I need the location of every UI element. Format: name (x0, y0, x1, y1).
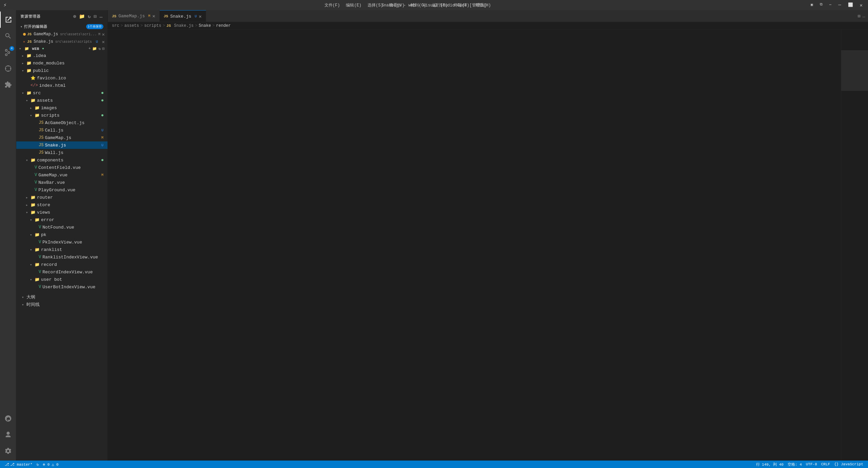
tree-playground[interactable]: V PlayGround.vue (16, 186, 107, 194)
tree-contentfield[interactable]: V ContentField.vue (16, 164, 107, 171)
settings-icon[interactable] (0, 443, 16, 459)
status-position[interactable]: 行 149, 列 40 (754, 461, 786, 468)
tree-record[interactable]: 📁 record (16, 261, 107, 268)
minimize-button[interactable]: ─ (836, 2, 843, 9)
tree-store[interactable]: 📁 store (16, 201, 107, 209)
status-branch[interactable]: ⎇ ⎇ master* (3, 461, 35, 468)
tree-acgame[interactable]: JS AcGameObject.js (16, 119, 107, 126)
search-icon[interactable] (0, 28, 16, 44)
tab-snake-close[interactable]: ✕ (199, 14, 201, 19)
remote-icon[interactable] (0, 410, 16, 427)
tree-components[interactable]: 📁 components (16, 156, 107, 164)
breadcrumb-src[interactable]: src (112, 23, 119, 28)
public-arrow (22, 69, 26, 73)
tab-gamemap[interactable]: JS GameMap.js M ✕ (108, 10, 160, 22)
userbot-label: user bot (41, 277, 106, 282)
more-icon[interactable]: ⋯ (827, 2, 834, 9)
tree-favicon[interactable]: ⭐ favicon.ico (16, 74, 107, 82)
tree-public[interactable]: 📁 public (16, 67, 107, 74)
tree-shijianxian[interactable]: 时间线 (16, 301, 107, 308)
status-encoding[interactable]: UTF-8 (804, 461, 819, 468)
tree-recordindex[interactable]: V RecordIndexView.vue (16, 268, 107, 276)
refresh-icon2[interactable]: ↻ (99, 46, 101, 51)
tree-dagang[interactable]: 大纲 (16, 293, 107, 301)
tree-ranklistindex[interactable]: V RanklistIndexView.vue (16, 253, 107, 261)
tree-navbar[interactable]: V NavBar.vue (16, 179, 107, 186)
scripts-arrow (30, 113, 34, 118)
minimap[interactable] (841, 30, 868, 461)
collapse-icon[interactable]: ⊟ (93, 13, 97, 20)
source-control-icon[interactable]: 4 (0, 44, 16, 60)
tree-notfound[interactable]: V NotFound.vue (16, 223, 107, 231)
tree-userbot[interactable]: 📁 user bot (16, 276, 107, 283)
split-icon[interactable]: ⧉ (818, 2, 825, 9)
extensions-icon[interactable] (0, 77, 16, 93)
menu-file[interactable]: 文件(F) (322, 2, 343, 9)
tree-index-html[interactable]: </> index.html (16, 82, 107, 89)
js-icon: JS (39, 135, 43, 140)
breadcrumb-snake-class[interactable]: Snake (199, 23, 211, 28)
tree-userbotindex[interactable]: V UserBotIndexView.vue (16, 283, 107, 291)
tree-scripts[interactable]: 📁 scripts (16, 112, 107, 119)
tree-error[interactable]: 📁 error (16, 216, 107, 223)
new-folder-icon2[interactable]: 📁 (92, 46, 97, 51)
explorer-icon[interactable] (0, 12, 16, 28)
close-gamemap-icon[interactable]: ✕ (102, 32, 105, 37)
refresh-icon[interactable]: ↻ (87, 13, 92, 20)
tab-gamemap-close[interactable]: ✕ (152, 13, 155, 19)
open-editors-section[interactable]: ▾ 打开的编辑器 1个未保存 (16, 23, 107, 31)
breadcrumb-render[interactable]: render (216, 23, 231, 28)
account-icon[interactable] (0, 427, 16, 443)
tree-pkindex[interactable]: V PkIndexView.vue (16, 238, 107, 246)
dagang-arrow (22, 295, 26, 299)
status-eol[interactable]: CRLF (819, 461, 832, 468)
tree-idea[interactable]: 📁 .idea (16, 52, 107, 59)
folder-icon: 📁 (31, 202, 36, 208)
tree-views[interactable]: 📁 views (16, 209, 107, 216)
breadcrumb-snakejs[interactable]: JS Snake.js (166, 23, 194, 28)
more-actions-icon[interactable]: … (99, 13, 103, 20)
tree-snake-js[interactable]: JS Snake.js U (16, 141, 107, 149)
tree-images[interactable]: 📁 images (16, 104, 107, 112)
minimap-thumb[interactable] (841, 50, 868, 91)
tree-assets[interactable]: 📁 assets (16, 97, 107, 104)
window-controls[interactable]: ▣ ⧉ ⋯ ─ ⬜ ✕ (809, 2, 865, 9)
split-editor-icon[interactable]: ⊞ (857, 13, 860, 19)
new-folder-icon[interactable]: 📁 (78, 13, 86, 20)
folder-icon: 📁 (35, 232, 40, 237)
tab-bar-actions[interactable]: ⊞ … (855, 10, 868, 22)
tree-root-web[interactable]: 📁 WEB ● + 📁 ↻ ⊟ (16, 45, 107, 52)
menu-edit[interactable]: 编辑(E) (343, 2, 364, 9)
collapse-icon2[interactable]: ⊟ (102, 46, 105, 51)
close-button[interactable]: ✕ (858, 2, 865, 9)
tree-gamemap-vue[interactable]: V GameMap.vue M (16, 171, 107, 179)
breadcrumb-sep1: > (121, 23, 123, 28)
open-editor-snake[interactable]: ✕ JS Snake.js src\assets\scripts U ✕ (16, 38, 107, 45)
more-tab-actions-icon[interactable]: … (863, 13, 865, 19)
tree-ranklist[interactable]: 📁 ranklist (16, 246, 107, 253)
open-editor-gamemap[interactable]: JS GameMap.js src\assets\scri... M ✕ (16, 31, 107, 38)
layout-icon[interactable]: ▣ (809, 2, 815, 9)
new-file-icon2[interactable]: + (88, 46, 91, 51)
sidebar-header-icons[interactable]: ⊕ 📁 ↻ ⊟ … (73, 13, 103, 20)
tree-pk[interactable]: 📁 pk (16, 231, 107, 238)
close-snake-icon[interactable]: ✕ (102, 39, 105, 45)
tree-gamemap-js[interactable]: JS GameMap.js M (16, 134, 107, 141)
code-content[interactable] (125, 30, 841, 461)
tree-node-modules[interactable]: 📁 node_modules (16, 59, 107, 67)
tree-cell[interactable]: JS Cell.js U (16, 126, 107, 134)
tree-src[interactable]: 📁 src (16, 89, 107, 97)
status-sync[interactable]: ↻ (35, 461, 41, 468)
breadcrumb-assets[interactable]: assets (124, 23, 139, 28)
tab-snake[interactable]: JS Snake.js U ✕ (160, 10, 206, 22)
status-errors[interactable]: ⊗ 0 △ 0 (41, 461, 60, 468)
restore-button[interactable]: ⬜ (846, 2, 855, 9)
dagang-label: 大纲 (26, 294, 106, 300)
tree-wall-js[interactable]: JS Wall.js (16, 149, 107, 156)
status-language[interactable]: {} JavaScript (832, 461, 865, 468)
breadcrumb-scripts[interactable]: scripts (144, 23, 161, 28)
tree-router[interactable]: 📁 router (16, 194, 107, 201)
debug-icon[interactable] (0, 60, 16, 77)
new-file-icon[interactable]: ⊕ (73, 13, 77, 20)
status-indent[interactable]: 空格: 4 (786, 461, 804, 468)
